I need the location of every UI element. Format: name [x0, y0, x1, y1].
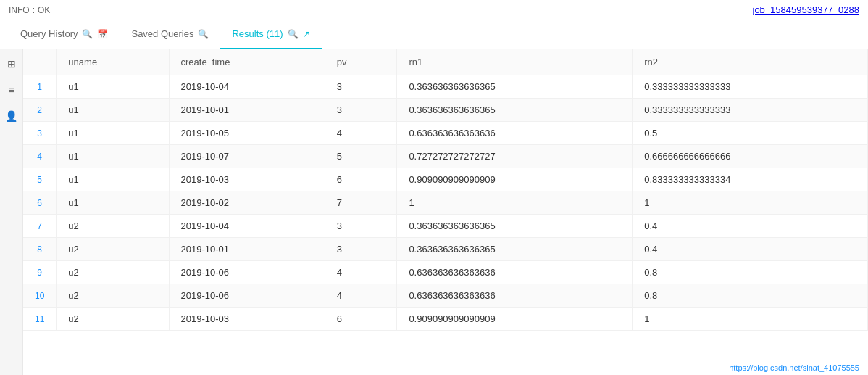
footer-link[interactable]: https://blog.csdn.net/sinat_41075555 — [729, 363, 859, 372]
cell-num: 8 — [23, 238, 57, 261]
cell-pv: 3 — [325, 238, 397, 261]
table-row: 4 u1 2019-10-07 5 0.727272727272727 0.66… — [23, 145, 868, 168]
list-sidebar-icon[interactable]: ≡ — [3, 81, 20, 99]
tab-query-history[interactable]: Query History 🔍 📅 — [9, 20, 120, 49]
search-icon-2: 🔍 — [198, 29, 209, 39]
col-header-uname: uname — [57, 49, 169, 75]
top-bar: INFO : OK job_158459539377_0288 — [0, 0, 868, 20]
cell-pv: 7 — [325, 191, 397, 215]
status-area: INFO : OK — [9, 5, 50, 15]
col-header-num — [23, 49, 57, 75]
cell-rn2[interactable]: 1 — [633, 308, 868, 331]
cell-rn1: 0.363636363636365 — [397, 238, 633, 261]
search-icon-3: 🔍 — [288, 29, 299, 39]
cell-rn2: 0.8 — [633, 284, 868, 308]
cell-uname: u2 — [57, 284, 169, 308]
table-row: 5 u1 2019-10-03 6 0.909090909090909 0.83… — [23, 168, 868, 191]
cell-rn1: 0.727272727272727 — [397, 145, 633, 168]
col-header-rn1: rn1 — [397, 49, 633, 75]
tab-results[interactable]: Results (11) 🔍 ↗ — [220, 20, 321, 49]
cell-create-time: 2019-10-03 — [169, 308, 325, 331]
cell-num: 4 — [23, 145, 57, 168]
cell-pv: 6 — [325, 168, 397, 191]
cell-pv: 3 — [325, 215, 397, 238]
cell-rn1: 0.636363636363636 — [397, 284, 633, 308]
status-separator: : — [33, 5, 35, 15]
search-icon: 🔍 — [82, 29, 93, 39]
cell-rn1[interactable]: 1 — [397, 191, 633, 215]
grid-sidebar-icon[interactable]: ⊞ — [3, 55, 20, 73]
table-header-row: uname create_time pv rn1 rn2 — [23, 49, 868, 75]
table-row: 6 u1 2019-10-02 7 1 1 — [23, 191, 868, 215]
cell-create-time: 2019-10-06 — [169, 284, 325, 308]
tabs-bar: Query History 🔍 📅 Saved Queries 🔍 Result… — [0, 20, 868, 49]
cell-rn2: 0.8 — [633, 261, 868, 284]
expand-icon: ↗ — [303, 29, 310, 39]
cell-rn2: 0.333333333333333 — [633, 99, 868, 122]
cell-num: 3 — [23, 122, 57, 145]
cell-rn1: 0.909090909090909 — [397, 168, 633, 191]
cell-create-time: 2019-10-01 — [169, 238, 325, 261]
results-label: Results (11) — [232, 28, 283, 39]
saved-queries-label: Saved Queries — [131, 28, 193, 39]
cell-rn2[interactable]: 1 — [633, 191, 868, 215]
cell-rn1: 0.636363636363636 — [397, 122, 633, 145]
user-sidebar-icon[interactable]: 👤 — [3, 107, 20, 125]
tab-saved-queries[interactable]: Saved Queries 🔍 — [120, 20, 220, 49]
cell-rn2: 0.4 — [633, 215, 868, 238]
cell-create-time: 2019-10-04 — [169, 75, 325, 99]
table-row: 2 u1 2019-10-01 3 0.363636363636365 0.33… — [23, 99, 868, 122]
cell-pv: 3 — [325, 75, 397, 99]
cell-create-time: 2019-10-07 — [169, 145, 325, 168]
table-row: 1 u1 2019-10-04 3 0.363636363636365 0.33… — [23, 75, 868, 99]
calendar-icon: 📅 — [97, 29, 108, 39]
cell-pv: 5 — [325, 145, 397, 168]
cell-pv: 4 — [325, 284, 397, 308]
content-area: uname create_time pv rn1 rn2 1 u1 2019-1… — [23, 49, 868, 375]
cell-rn1: 0.636363636363636 — [397, 261, 633, 284]
cell-uname: u1 — [57, 99, 169, 122]
cell-rn2: 0.833333333333334 — [633, 168, 868, 191]
sidebar: ⊞ ≡ 👤 — [0, 49, 23, 375]
cell-pv: 4 — [325, 261, 397, 284]
table-row: 11 u2 2019-10-03 6 0.909090909090909 1 — [23, 308, 868, 331]
col-header-pv: pv — [325, 49, 397, 75]
cell-num: 2 — [23, 99, 57, 122]
cell-uname: u1 — [57, 145, 169, 168]
cell-uname: u2 — [57, 215, 169, 238]
cell-num: 10 — [23, 284, 57, 308]
cell-num: 1 — [23, 75, 57, 99]
main-layout: ⊞ ≡ 👤 uname create_time pv rn1 rn2 1 u1 … — [0, 49, 868, 375]
table-row: 7 u2 2019-10-04 3 0.363636363636365 0.4 — [23, 215, 868, 238]
table-row: 8 u2 2019-10-01 3 0.363636363636365 0.4 — [23, 238, 868, 261]
cell-create-time: 2019-10-02 — [169, 191, 325, 215]
cell-rn1: 0.909090909090909 — [397, 308, 633, 331]
footer-bar: https://blog.csdn.net/sinat_41075555 — [720, 360, 868, 375]
cell-create-time: 2019-10-04 — [169, 215, 325, 238]
cell-num: 7 — [23, 215, 57, 238]
cell-pv: 4 — [325, 122, 397, 145]
results-table: uname create_time pv rn1 rn2 1 u1 2019-1… — [23, 49, 868, 331]
cell-rn1: 0.363636363636365 — [397, 75, 633, 99]
cell-rn2: 0.5 — [633, 122, 868, 145]
table-row: 10 u2 2019-10-06 4 0.636363636363636 0.8 — [23, 284, 868, 308]
query-history-label: Query History — [20, 28, 78, 39]
cell-create-time: 2019-10-06 — [169, 261, 325, 284]
cell-rn1: 0.363636363636365 — [397, 99, 633, 122]
job-link-area[interactable]: job_158459539377_0288 — [753, 4, 860, 15]
table-row: 3 u1 2019-10-05 4 0.636363636363636 0.5 — [23, 122, 868, 145]
cell-create-time: 2019-10-05 — [169, 122, 325, 145]
cell-num: 9 — [23, 261, 57, 284]
cell-num: 6 — [23, 191, 57, 215]
cell-create-time: 2019-10-03 — [169, 168, 325, 191]
cell-uname: u1 — [57, 75, 169, 99]
cell-num: 11 — [23, 308, 57, 331]
cell-uname: u2 — [57, 308, 169, 331]
job-link[interactable]: job_158459539377_0288 — [753, 4, 860, 15]
cell-uname: u2 — [57, 261, 169, 284]
cell-rn2: 0.333333333333333 — [633, 75, 868, 99]
cell-create-time: 2019-10-01 — [169, 99, 325, 122]
table-row: 9 u2 2019-10-06 4 0.636363636363636 0.8 — [23, 261, 868, 284]
cell-rn1: 0.363636363636365 — [397, 215, 633, 238]
cell-uname: u1 — [57, 168, 169, 191]
